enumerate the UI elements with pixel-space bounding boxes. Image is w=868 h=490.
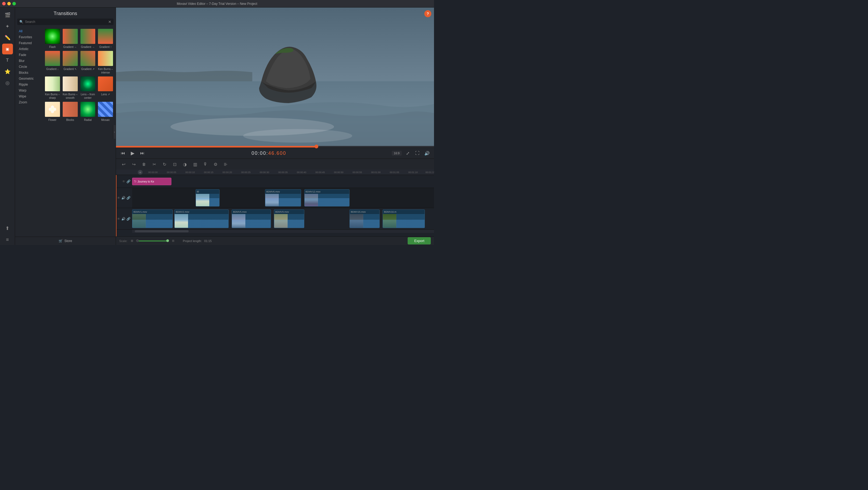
category-warp[interactable]: Warp [16,87,42,93]
category-geometric[interactable]: Geometric [16,76,42,82]
title-clip-journey[interactable]: Tr Journey to Ke [132,178,172,185]
title-track-eye[interactable]: 👁 [122,180,125,183]
main-track-link[interactable]: 🔗 [126,217,130,221]
category-artistic[interactable]: Artistic [16,46,42,52]
transitions-btn[interactable]: ▣ [2,44,13,54]
text-btn[interactable]: T [2,55,13,66]
rotate-btn[interactable]: ↻ [160,160,169,169]
transition-blocks-thumb[interactable] [62,101,78,117]
transition-gradient-down-thumb[interactable] [44,50,61,66]
transition-gradient-tr[interactable]: Gradient ↗ [80,50,96,74]
settings-side-btn[interactable]: ≡ [2,234,13,245]
broll-track-sound[interactable]: 🔊 [121,196,125,200]
transition-gradient-tr-thumb[interactable] [80,50,96,66]
fullscreen-btn[interactable]: ⤢ [404,149,411,157]
title-track-link[interactable]: 🔗 [126,180,130,183]
scale-slider[interactable] [136,240,169,241]
main-clip-bdmv1[interactable]: BDMV1.mov [132,209,173,228]
transition-mosaic[interactable]: Mosaic [97,101,114,122]
transition-lens-center[interactable]: Lens – from center [80,76,96,100]
audio-levels-btn[interactable]: ⊪ [221,160,230,169]
skip-fwd-btn[interactable]: ⏭ [138,149,146,157]
category-wipe[interactable]: Wipe [16,93,42,99]
titles-btn[interactable]: ✦ [2,21,13,32]
scale-handle-left[interactable] [136,239,139,242]
export-side-btn[interactable]: ⬆ [2,223,13,234]
media-btn[interactable]: 🎬 [2,10,13,21]
category-fade[interactable]: Fade [16,52,42,58]
help-btn[interactable]: ? [424,10,431,17]
transition-gradient-tl-thumb[interactable] [62,50,78,66]
transition-kb-smooth[interactable]: Ken Burns – smooth [62,76,78,100]
transition-kb-intense[interactable]: Ken Burns – intense [97,50,114,74]
store-btn[interactable]: 🛒 Store [15,237,116,245]
redo-btn[interactable]: ↪ [129,160,138,169]
scale-handle[interactable] [166,239,169,242]
timeline-scrollbar-thumb[interactable] [135,230,189,232]
undo-btn[interactable]: ↩ [119,160,128,169]
skip-back-btn[interactable]: ⏮ [119,149,127,157]
transition-blocks[interactable]: Blocks [62,101,78,122]
transition-kb-smooth-thumb[interactable] [62,76,78,92]
transition-flash[interactable]: Flash [44,28,61,49]
category-favorites[interactable]: Favorites [16,34,42,40]
category-featured[interactable]: Featured [16,40,42,46]
transition-gradient-left[interactable]: Gradient ← [62,28,78,49]
close-btn[interactable] [2,2,6,5]
color-btn[interactable]: ◑ [181,160,189,169]
transition-gradient-right-thumb[interactable] [80,28,96,45]
minimize-btn[interactable] [7,2,11,5]
filter-settings-btn[interactable]: ⚙ [211,160,220,169]
volume-btn[interactable]: 🔊 [423,149,431,157]
scroll-arrow[interactable]: ‹ [113,125,116,139]
category-blur[interactable]: Blur [16,58,42,64]
transition-kb-sharp[interactable]: Ken Burns – sharp [44,76,61,100]
transition-kb-sharp-thumb[interactable] [44,76,61,92]
progress-bar-container[interactable] [116,146,434,147]
transition-kb-intense-thumb[interactable] [97,50,114,66]
transition-radial-thumb[interactable] [80,101,96,117]
broll-clip-bdmv12[interactable]: BDMV12.mov [304,189,349,206]
transition-lens-center-thumb[interactable] [80,76,96,92]
export-btn[interactable]: Export [408,237,431,244]
aspect-ratio-badge[interactable]: 16:9 [392,151,402,155]
search-input[interactable] [25,20,108,24]
overlay-btn[interactable]: ▥ [191,160,199,169]
stickers-btn[interactable]: ◎ [2,78,13,88]
filters-btn[interactable]: ✏️ [2,32,13,43]
category-blocks[interactable]: Blocks [16,70,42,76]
search-close-icon[interactable]: ✕ [108,20,112,24]
transition-gradient-right[interactable]: Gradient → [80,28,96,49]
transition-lens-arrow-thumb[interactable] [97,76,114,92]
audio-record-btn[interactable]: 🎙 [201,160,210,169]
transition-gradient-up-thumb[interactable] [97,28,114,45]
timeline-scrollbar[interactable] [132,230,434,233]
main-track-sound[interactable]: 🔊 [121,217,125,221]
category-ripple[interactable]: Ripple [16,82,42,87]
broll-track-eye[interactable]: 👁 [117,196,120,200]
category-all[interactable]: All [16,28,42,34]
broll-clip-bl[interactable]: Bl [196,189,220,206]
transition-mosaic-thumb[interactable] [97,101,114,117]
delete-btn[interactable]: 🗑 [140,160,148,169]
progress-handle[interactable] [314,145,318,148]
transition-flower-thumb[interactable] [44,101,61,117]
main-clip-bdmv2[interactable]: BDMV2.mov [174,209,229,228]
broll-clip-bdmv6[interactable]: BDMV6.mov [265,189,301,206]
play-btn[interactable]: ▶ [129,149,136,157]
crop-btn[interactable]: ⊡ [170,160,179,169]
main-clip-bdmv5[interactable]: BDMV5.mov [232,209,271,228]
transition-flower[interactable]: Flower [44,101,61,122]
cut-btn[interactable]: ✂ [150,160,158,169]
transition-lens-arrow[interactable]: Lens ↗ [97,76,114,100]
main-clip-bdmv16[interactable]: BDMV16.m [382,209,425,228]
transition-gradient-down[interactable]: Gradient ↓ [44,50,61,74]
main-clip-bdmv9[interactable]: BDMV9.mov [274,209,304,228]
main-track-eye[interactable]: 👁 [117,217,120,221]
add-track-btn[interactable]: + [138,170,143,175]
transition-gradient-tl[interactable]: Gradient ↖ [62,50,78,74]
transition-radial[interactable]: Radial [80,101,96,122]
transition-flash-thumb[interactable] [44,28,61,45]
category-zoom[interactable]: Zoom [16,99,42,105]
expand-btn[interactable]: ⛶ [413,149,421,157]
